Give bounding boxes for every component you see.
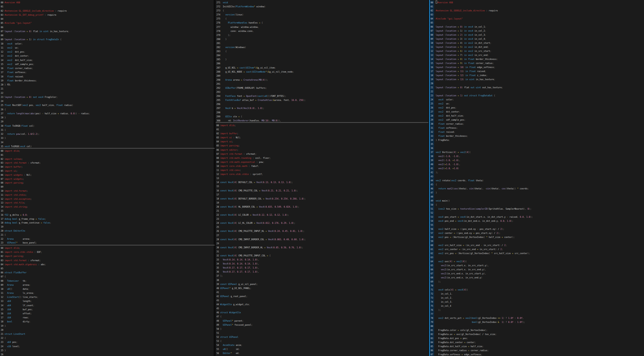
code-line[interactable]: 02import parsing; bbox=[0, 254, 214, 258]
code-line[interactable]: 09import std.math.exponential : pow; bbox=[216, 160, 428, 164]
code-line[interactable]: 26const Vec4[4] CMD_PALETTE_INPUT_HL = V… bbox=[216, 229, 428, 233]
code-line[interactable]: 298 bbox=[216, 110, 428, 115]
code-line[interactable]: 283 { bbox=[216, 49, 428, 53]
code-line[interactable]: 50} bbox=[216, 327, 428, 331]
code-line[interactable]: 30 float corner_radius; bbox=[430, 122, 644, 126]
code-line[interactable]: 41 bbox=[216, 290, 428, 294]
code-line[interactable]: 64 vec2 uvs[4] = vec2[4]( bbox=[430, 259, 644, 263]
code-line[interactable]: 43 bbox=[216, 298, 428, 302]
code-line[interactable]: 300 rd: InitRenderer(handles, MB(16), MB… bbox=[216, 119, 428, 122]
code-line[interactable]: 29 bbox=[216, 241, 428, 246]
code-line[interactable]: 76 ); bbox=[430, 308, 644, 312]
pane-ui-module[interactable]: 271void272InitUICtx(PlatformWindow* wind… bbox=[216, 0, 428, 122]
code-line[interactable]: 27 bbox=[216, 233, 428, 237]
code-line[interactable]: 49 UIPanel* focused_panel; bbox=[216, 323, 428, 327]
code-line[interactable]: 282 version(Windows) bbox=[216, 45, 428, 49]
code-line[interactable]: 10layout (location = 4) in vec2 in_dst_s… bbox=[430, 41, 644, 45]
code-line[interactable]: 07import widgets; bbox=[0, 177, 214, 181]
code-line[interactable]: 296 bbox=[216, 102, 428, 106]
code-line[interactable]: 69 ); bbox=[430, 280, 644, 284]
code-line[interactable]: 40 vec2(+1.0, -1.0), bbox=[430, 162, 644, 166]
code-line[interactable]: 80 bbox=[430, 324, 644, 328]
code-line[interactable]: 49void main() bbox=[430, 199, 644, 203]
code-line[interactable]: 26 bbox=[0, 352, 214, 356]
code-line[interactable]: 08import std.math.rounding : ceil, floor… bbox=[216, 156, 428, 160]
code-line[interactable]: 17 i64 rows; bbox=[0, 316, 214, 320]
code-line[interactable]: 289 bbox=[216, 74, 428, 78]
code-line[interactable]: 17 float softness; bbox=[0, 70, 214, 74]
code-line[interactable]: 04import std.math.algebraic : abs; bbox=[0, 262, 214, 266]
code-line[interactable]: 21{ bbox=[0, 233, 214, 237]
code-line[interactable]: 274 version(linux) bbox=[216, 13, 428, 17]
code-line[interactable]: 22const Vec4[4] LC_COLOR = Vec4(0.12, 0.… bbox=[216, 213, 428, 217]
code-line[interactable]: 15 vec2 sdf_sample_pos; bbox=[0, 62, 214, 66]
code-line[interactable]: 42UIPanel g_root_panel; bbox=[216, 294, 428, 298]
code-line[interactable]: 32const Vec4[4] CMD_PALETTE_INPUT_COL = … bbox=[216, 254, 428, 258]
code-line[interactable]: 01 bbox=[430, 5, 644, 9]
code-line[interactable]: 03 bbox=[430, 13, 644, 17]
code-line[interactable]: 17 bbox=[216, 193, 428, 197]
code-line[interactable]: 33} bbox=[0, 136, 214, 140]
code-line[interactable]: 00import dlib; bbox=[0, 246, 214, 250]
code-line[interactable]: 50{ bbox=[430, 203, 644, 207]
code-line[interactable]: 273{ bbox=[216, 9, 428, 13]
code-line[interactable]: 290 Arena arena = CreateArena(MB(4)); bbox=[216, 78, 428, 82]
code-line[interactable]: 25 bbox=[216, 225, 428, 229]
code-line[interactable]: 48 bbox=[430, 195, 644, 199]
code-line[interactable]: 23 u64 pos; bbox=[0, 340, 214, 344]
code-line[interactable]: 35vec4 ToSRGB(vec4 col) bbox=[0, 144, 214, 148]
code-line[interactable]: 55 u8[] id; bbox=[216, 347, 428, 351]
code-line[interactable]: 68 vec2(in_src_end.x, in_src_end.y) bbox=[430, 276, 644, 280]
code-line[interactable]: 07layout (location = 0) flat in uint in_… bbox=[0, 29, 214, 33]
code-line[interactable]: 05import ui; bbox=[0, 169, 214, 173]
code-line[interactable]: 11import std.stdio; bbox=[0, 193, 214, 197]
code-line[interactable]: 23 bbox=[216, 217, 428, 221]
code-line[interactable]: 35 Vec4(0.17, 0.17, 0.17, 1.0), bbox=[216, 266, 428, 270]
code-line[interactable]: 10 vec4 color; bbox=[0, 42, 214, 46]
code-line[interactable]: 44vec2 rotate(vec2 coords, float theta) bbox=[430, 179, 644, 183]
code-line[interactable]: 285 } bbox=[216, 57, 428, 61]
code-line[interactable]: 297 Vec4 b = Vec4(Vec3(0.0), 1.0); bbox=[216, 106, 428, 110]
code-line[interactable]: 01 bbox=[0, 5, 214, 9]
code-line[interactable]: 03#extension GL_EXT_debug_printf : requi… bbox=[0, 13, 214, 17]
code-line[interactable]: 19 float border_thickness; bbox=[0, 79, 214, 83]
code-line[interactable]: 16 i64 offset; bbox=[0, 312, 214, 316]
code-line[interactable]: 18layout (location = 12) in float z_inde… bbox=[430, 73, 644, 77]
code-line[interactable]: 25float RectSDF(vec2 pos, vec2 half_size… bbox=[0, 103, 214, 107]
code-line[interactable]: 84 FragData.dst_center = center; bbox=[430, 340, 644, 344]
code-line[interactable]: 16const Vec4[4] CMD_PALETTE_COL = Vec4(0… bbox=[216, 189, 428, 193]
code-line[interactable]: 12 vec2 dst_pos; bbox=[0, 50, 214, 54]
code-line[interactable]: 33 Vec4(0.14, 0.14, 0.14, 1.0), bbox=[216, 258, 428, 262]
code-line[interactable]: 22 bbox=[430, 90, 644, 94]
code-line[interactable]: 27 return length(max(abs(pos) - half_siz… bbox=[0, 112, 214, 116]
code-line[interactable]: 40UIPanel* g_UI_NIL_PANEL; bbox=[216, 286, 428, 290]
code-line[interactable]: 02#extension GL_GOOGLE_include_directive… bbox=[430, 9, 644, 13]
code-line[interactable]: 08import parsing; bbox=[0, 181, 214, 185]
code-line[interactable]: 60 vec2 src_half_size = (in_src_end - in… bbox=[430, 243, 644, 247]
code-line[interactable]: 74 in_col_3, bbox=[430, 300, 644, 304]
pane-main-module[interactable]: 00import dlib;0102import vulkan;03import… bbox=[0, 149, 214, 245]
code-line[interactable]: 78 vec2 dst_verts_pct = vec2(bool(gl_Ver… bbox=[430, 316, 644, 320]
code-line[interactable]: 13 u64 length; bbox=[0, 299, 214, 303]
code-line[interactable]: 291 bbox=[216, 82, 428, 86]
code-line[interactable]: 51 bbox=[216, 331, 428, 335]
code-line[interactable]: 18const Vec4[4] DEFAULT_BORDER_COL = Vec… bbox=[216, 197, 428, 201]
code-line[interactable]: 16 float corner_radius; bbox=[0, 66, 214, 70]
code-line[interactable]: 275 { bbox=[216, 17, 428, 21]
code-line[interactable]: 280 } bbox=[216, 37, 428, 41]
code-line[interactable]: 19 bbox=[216, 201, 428, 205]
code-line[interactable]: 20} FD; bbox=[0, 83, 214, 87]
code-line[interactable]: 55 bbox=[430, 223, 644, 227]
code-line[interactable]: 07{ bbox=[0, 275, 214, 279]
code-line[interactable]: 00#version 460 bbox=[0, 1, 214, 5]
code-line[interactable]: 21 bbox=[0, 87, 214, 91]
code-line[interactable]: 47} bbox=[430, 191, 644, 195]
code-line[interactable]: 14import std.string; bbox=[0, 205, 214, 209]
code-line[interactable]: 57 vec2 center = ((pos_end.xy + pos_star… bbox=[430, 231, 644, 235]
code-line[interactable]: 06layout (location = 0) in vec4 in_col_1… bbox=[430, 25, 644, 29]
code-line[interactable]: 31 bbox=[216, 250, 428, 254]
code-line[interactable]: 271void bbox=[216, 1, 428, 5]
code-line[interactable]: 17debug bool g_frame_step = false; bbox=[0, 217, 214, 221]
code-line[interactable]: 03import ui : Nil; bbox=[216, 136, 428, 140]
code-line[interactable]: 31{ bbox=[0, 128, 214, 132]
